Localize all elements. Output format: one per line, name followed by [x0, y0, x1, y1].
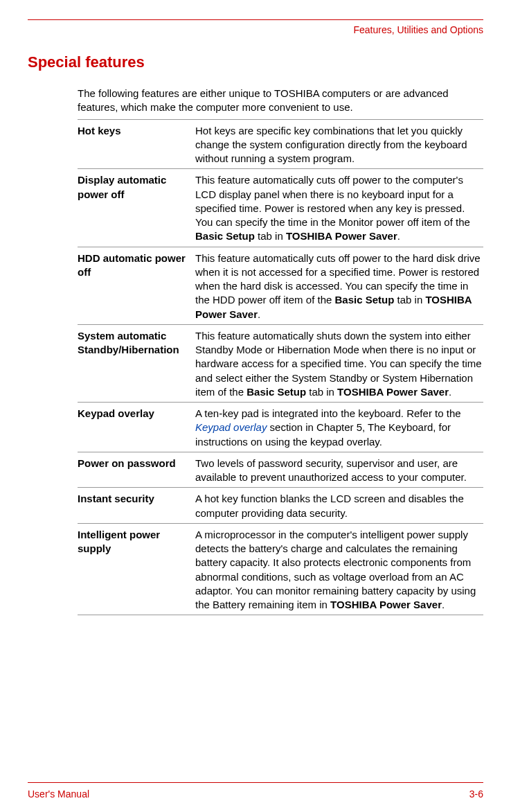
feature-description: A ten-key pad is integrated into the key…: [195, 407, 483, 449]
feature-name: Keypad overlay: [78, 407, 195, 449]
intro-paragraph: The following features are either unique…: [78, 87, 483, 115]
feature-description: This feature automatically cuts off powe…: [195, 251, 483, 321]
desc-text: .: [258, 308, 260, 320]
table-row: Instant security A hot key function blan…: [78, 487, 483, 523]
table-row: Intelligent power supply A microprocesso…: [78, 523, 483, 616]
table-row: HDD automatic power off This feature aut…: [78, 247, 483, 324]
feature-name: Display automatic power off: [78, 173, 195, 243]
desc-text: This feature automatically cuts off powe…: [195, 174, 470, 228]
desc-bold: Basic Setup: [246, 386, 306, 398]
desc-text: .: [397, 230, 400, 242]
feature-description: Hot keys are specific key combinations t…: [195, 124, 483, 166]
feature-name: Instant security: [78, 492, 195, 520]
feature-name: Intelligent power supply: [78, 528, 195, 612]
feature-description: This feature automatically cuts off powe…: [195, 173, 483, 243]
feature-description: Two levels of password security, supervi…: [195, 457, 483, 485]
footer: User's Manual 3-6: [28, 782, 483, 800]
footer-right-page-number: 3-6: [469, 788, 483, 800]
table-row: Display automatic power off This feature…: [78, 168, 483, 246]
feature-name: Hot keys: [78, 124, 195, 166]
desc-text: .: [449, 386, 451, 398]
keypad-overlay-link[interactable]: Keypad overlay: [195, 421, 267, 433]
content-block: The following features are either unique…: [78, 87, 483, 615]
desc-bold: TOSHIBA Power Saver: [330, 599, 442, 610]
feature-description: A microprocessor in the computer's intel…: [195, 528, 483, 612]
feature-name: HDD automatic power off: [78, 251, 195, 321]
section-title: Special features: [28, 53, 483, 71]
bottom-divider: [28, 782, 483, 783]
feature-name: Power on password: [78, 457, 195, 485]
table-row: Keypad overlay A ten-key pad is integrat…: [78, 402, 483, 452]
desc-bold: TOSHIBA Power Saver: [337, 386, 449, 398]
top-divider: [28, 19, 483, 20]
table-row: System automatic Standby/Hibernation Thi…: [78, 324, 483, 402]
desc-bold: Basic Setup: [195, 230, 255, 242]
footer-left: User's Manual: [28, 788, 89, 800]
desc-text: tab in: [394, 294, 425, 306]
desc-text: A ten-key pad is integrated into the key…: [195, 407, 461, 419]
desc-bold: TOSHIBA Power Saver: [286, 230, 397, 242]
table-row: Power on password Two levels of password…: [78, 452, 483, 488]
desc-text: tab in: [255, 230, 286, 242]
feature-name: System automatic Standby/Hibernation: [78, 329, 195, 399]
desc-bold: Basic Setup: [334, 294, 394, 306]
desc-text: tab in: [306, 386, 337, 398]
feature-description: A hot key function blanks the LCD screen…: [195, 492, 483, 520]
desc-text: .: [442, 599, 445, 610]
table-row: Hot keys Hot keys are specific key combi…: [78, 119, 483, 169]
features-table: Hot keys Hot keys are specific key combi…: [78, 119, 483, 616]
feature-description: This feature automatically shuts down th…: [195, 329, 483, 399]
header-breadcrumb: Features, Utilities and Options: [28, 24, 483, 35]
